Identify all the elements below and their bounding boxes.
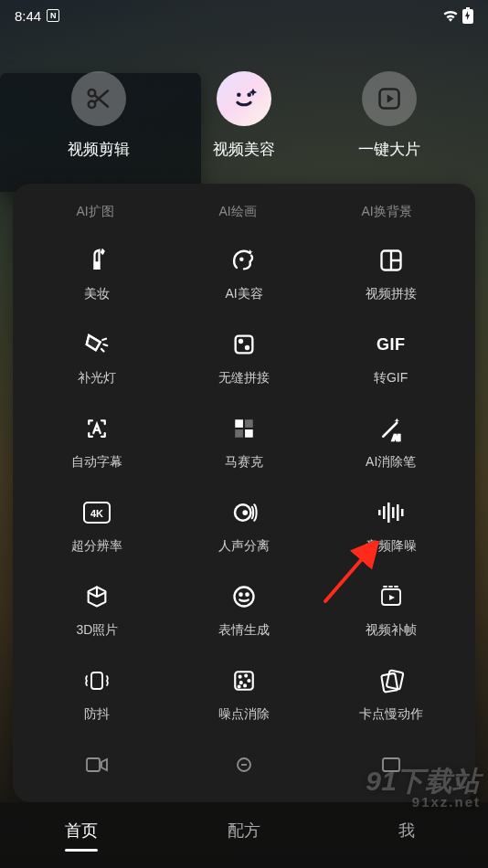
gif-text-icon: GIF	[377, 330, 406, 359]
svg-rect-29	[91, 672, 102, 689]
feature-more-2[interactable]	[173, 750, 316, 779]
more-icon-1	[82, 750, 111, 779]
tab-video-beauty[interactable]: 视频美容	[213, 71, 275, 160]
nav-me[interactable]: 我	[325, 812, 488, 859]
feature-seamless-stitch-label: 无缝拼接	[218, 370, 270, 386]
feature-anti-shake[interactable]: 防抖	[26, 666, 169, 723]
subtab-ai-bg[interactable]: AI换背景	[357, 198, 415, 226]
svg-point-35	[244, 684, 246, 686]
feature-ai-erase[interactable]: AI AI消除笔	[319, 414, 462, 471]
top-tabs: 视频剪辑 视频美容 一键大片	[0, 31, 488, 178]
svg-text:4K: 4K	[90, 508, 103, 519]
status-right	[442, 7, 473, 24]
svg-rect-22	[392, 507, 395, 518]
feature-grid: 美妆 AI美容 视频拼接 补光灯	[20, 229, 468, 779]
svg-point-9	[246, 346, 249, 349]
svg-rect-39	[87, 758, 100, 771]
audio-bars-icon	[377, 498, 406, 527]
feature-ai-beauty[interactable]: AI美容	[173, 246, 316, 302]
svg-point-33	[248, 680, 249, 682]
noise-icon	[229, 666, 259, 695]
more-icon-2	[229, 750, 259, 779]
feature-more-3[interactable]	[319, 750, 462, 779]
feature-seamless-stitch[interactable]: 无缝拼接	[173, 330, 316, 386]
frame-plus-icon	[377, 582, 406, 611]
feature-mosaic[interactable]: 马赛克	[173, 414, 316, 471]
feature-audio-denoise[interactable]: 音频降噪	[319, 498, 462, 555]
svg-rect-21	[387, 503, 390, 523]
dice-icon	[229, 330, 259, 359]
feature-ai-erase-label: AI消除笔	[366, 454, 416, 471]
feature-auto-subtitle-label: 自动字幕	[71, 454, 122, 471]
svg-point-26	[239, 594, 241, 596]
emoji-icon	[229, 582, 259, 611]
mosaic-icon	[229, 414, 259, 443]
svg-point-34	[240, 682, 242, 683]
features-panel: AI扩图 AI绘画 AI换背景 美妆 AI美容	[13, 184, 475, 802]
feature-emoji-gen[interactable]: 表情生成	[173, 582, 316, 639]
feature-3d-photo[interactable]: 3D照片	[26, 582, 169, 639]
status-time: 8:44	[15, 8, 41, 24]
feature-emoji-gen-label: 表情生成	[218, 622, 270, 639]
feature-super-res[interactable]: 4K 超分辨率	[26, 498, 169, 555]
play-box-icon	[362, 71, 417, 126]
tab-video-edit[interactable]: 视频剪辑	[68, 71, 130, 160]
face-icon	[217, 71, 271, 126]
svg-rect-20	[383, 506, 386, 519]
svg-rect-7	[236, 336, 253, 354]
feature-to-gif[interactable]: GIF 转GIF	[319, 330, 462, 386]
svg-point-32	[245, 675, 247, 677]
wifi-icon	[442, 9, 459, 22]
feature-audio-denoise-label: 音频降噪	[366, 538, 417, 555]
feature-frame-interp-label: 视频补帧	[366, 622, 417, 639]
svg-point-2	[237, 92, 241, 97]
4k-icon: 4K	[82, 498, 111, 527]
voice-icon	[229, 498, 259, 527]
svg-point-31	[239, 676, 241, 678]
svg-rect-11	[245, 419, 253, 428]
bottom-nav: 首页 配方 我	[0, 802, 488, 868]
tab-one-click[interactable]: 一键大片	[358, 71, 420, 160]
nav-recipe[interactable]: 配方	[163, 812, 325, 859]
svg-rect-23	[397, 504, 399, 521]
feature-ai-beauty-label: AI美容	[225, 286, 262, 302]
nav-recipe-label: 配方	[228, 821, 260, 840]
antishake-icon	[82, 666, 111, 695]
sub-tabs: AI扩图 AI绘画 AI换背景	[20, 198, 468, 229]
svg-point-27	[246, 594, 248, 596]
nav-home[interactable]: 首页	[0, 812, 163, 859]
tab-video-edit-label: 视频剪辑	[68, 139, 130, 160]
svg-rect-13	[245, 429, 253, 438]
svg-rect-24	[401, 509, 404, 516]
svg-rect-41	[383, 758, 399, 771]
tab-one-click-label: 一键大片	[358, 139, 420, 160]
lipstick-icon	[82, 246, 111, 275]
status-app-indicator: N	[47, 9, 59, 22]
feature-frame-interp[interactable]: 视频补帧	[319, 582, 462, 639]
svg-rect-19	[378, 510, 381, 515]
feature-makeup[interactable]: 美妆	[26, 246, 169, 302]
feature-noise-remove[interactable]: 噪点消除	[173, 666, 316, 723]
svg-point-3	[247, 92, 251, 97]
feature-3d-photo-label: 3D照片	[76, 622, 118, 639]
subtitle-icon	[82, 414, 111, 443]
feature-noise-remove-label: 噪点消除	[218, 706, 270, 723]
svg-rect-12	[235, 429, 243, 438]
feature-slow-mo[interactable]: 卡点慢动作	[319, 666, 462, 723]
feature-auto-subtitle[interactable]: 自动字幕	[26, 414, 169, 471]
feature-fill-light[interactable]: 补光灯	[26, 330, 169, 386]
subtab-ai-expand[interactable]: AI扩图	[72, 198, 117, 226]
feature-voice-separate[interactable]: 人声分离	[173, 498, 316, 555]
collage-icon	[377, 246, 406, 275]
feature-more-1[interactable]	[26, 750, 169, 779]
svg-point-5	[240, 259, 242, 260]
feature-mosaic-label: 马赛克	[225, 454, 263, 471]
svg-text:AI: AI	[392, 433, 400, 442]
nav-me-label: 我	[398, 821, 415, 840]
feature-super-res-label: 超分辨率	[71, 538, 122, 555]
subtab-ai-draw[interactable]: AI绘画	[215, 198, 260, 226]
svg-point-25	[234, 587, 253, 607]
svg-point-8	[239, 340, 242, 343]
light-icon	[82, 330, 111, 359]
feature-video-stitch[interactable]: 视频拼接	[319, 246, 462, 302]
